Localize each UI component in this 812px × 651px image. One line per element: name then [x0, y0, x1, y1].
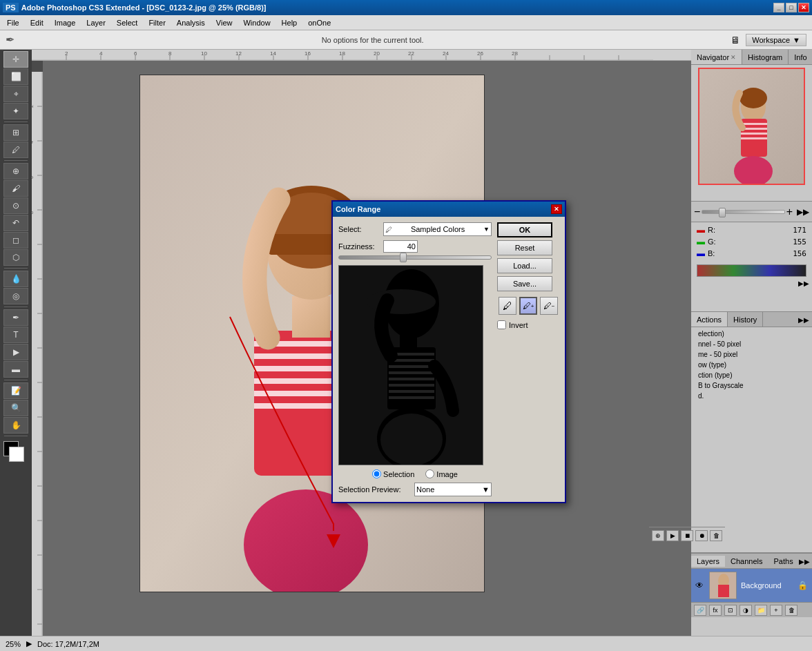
close-navigator-tab[interactable]: ✕ — [731, 54, 736, 61]
cr-invert-checkbox[interactable] — [497, 320, 506, 329]
tool-dodge[interactable]: ◎ — [3, 288, 28, 304]
cr-sel-preview-dropdown[interactable]: None ▼ — [414, 483, 492, 496]
cr-invert-label: Invert — [509, 321, 528, 329]
menu-select[interactable]: Select — [111, 17, 144, 28]
cr-reset-button[interactable]: Reset — [497, 240, 552, 255]
tool-brush[interactable]: 🖌 — [3, 180, 28, 197]
actions-panel: Actions History ▶▶ election) nnel - 50 p… — [691, 312, 812, 553]
tool-pen[interactable]: ✒ — [3, 309, 28, 326]
tool-type[interactable]: T — [3, 327, 28, 343]
cr-fuzziness-slider-thumb[interactable] — [400, 253, 407, 262]
tool-fill[interactable]: ⬡ — [3, 249, 28, 266]
color-range-title-bar[interactable]: Color Range ✕ — [333, 202, 565, 217]
menu-image[interactable]: Image — [49, 17, 81, 28]
tool-path-select[interactable]: ▶ — [3, 344, 28, 360]
action-item-3[interactable]: ow (type) — [693, 360, 811, 370]
ruler-top: 2 4 6 8 10 12 14 16 18 20 22 24 26 28 — [32, 50, 691, 61]
tab-info[interactable]: Info — [789, 50, 812, 64]
status-arrow[interactable]: ▶ — [26, 639, 32, 648]
tool-heal[interactable]: ⊕ — [3, 163, 28, 179]
cr-fuzziness-slider-track[interactable] — [338, 255, 492, 260]
layer-group-btn[interactable]: 📁 — [755, 605, 767, 616]
action-item-5[interactable]: B to Grayscale — [693, 380, 811, 391]
minimize-button[interactable]: _ — [773, 3, 784, 12]
cr-image-radio[interactable] — [425, 469, 434, 478]
tool-zoom[interactable]: 🔍 — [3, 400, 28, 416]
action-item-4[interactable]: ction (type) — [693, 370, 811, 380]
nav-zoom-thumb[interactable] — [719, 208, 726, 217]
background-color[interactable] — [9, 447, 24, 462]
close-button[interactable]: ✕ — [798, 3, 809, 12]
menu-analysis[interactable]: Analysis — [171, 17, 211, 28]
tool-eyedropper[interactable]: 🖊 — [3, 142, 28, 158]
cr-load-button[interactable]: Load... — [497, 258, 552, 273]
tool-notes[interactable]: 📝 — [3, 382, 28, 399]
tool-crop[interactable]: ⊞ — [3, 124, 28, 141]
color-range-close-button[interactable]: ✕ — [551, 204, 562, 214]
nav-preview — [698, 68, 805, 185]
nav-expand-icon[interactable]: ▶▶ — [797, 207, 809, 217]
cr-eyedropper-add[interactable]: 🖊+ — [519, 297, 537, 315]
actions-btn-4[interactable]: ⏺ — [695, 530, 708, 541]
tool-hand[interactable]: ✋ — [3, 417, 28, 434]
nav-zoom-slider[interactable] — [702, 210, 784, 214]
tab-histogram[interactable]: Histogram — [742, 50, 789, 64]
cr-select-dropdown[interactable]: 🖊 Sampled Colors ▼ — [383, 222, 492, 236]
tool-magic-wand[interactable]: ✦ — [3, 103, 28, 119]
actions-btn-5[interactable]: 🗑 — [710, 530, 722, 541]
cr-sel-preview-row: Selection Preview: None ▼ — [338, 483, 492, 496]
action-item-6[interactable]: d. — [693, 391, 811, 401]
menu-window[interactable]: Window — [238, 17, 276, 28]
layer-row-background[interactable]: 👁 Background 🔒 — [691, 569, 812, 602]
layer-new-btn[interactable]: + — [770, 605, 782, 616]
layers-expand-btn[interactable]: ▶▶ — [799, 558, 810, 565]
tab-history[interactable]: History — [728, 312, 763, 327]
color-swatches[interactable] — [3, 441, 28, 466]
app-title: Adobe Photoshop CS3 Extended - [DSC_0123… — [21, 3, 267, 12]
tool-history-brush[interactable]: ↶ — [3, 215, 28, 231]
cr-selection-radio-label[interactable]: Selection — [372, 469, 414, 478]
workspace-button[interactable]: Workspace ▼ — [746, 34, 806, 46]
tool-eraser[interactable]: ◻ — [3, 232, 28, 249]
action-item-2[interactable]: me - 50 pixel — [693, 349, 811, 360]
tool-move[interactable]: ✛ — [3, 51, 28, 68]
nav-zoom-out[interactable]: − — [694, 206, 700, 218]
layer-effects-btn[interactable]: fx — [709, 605, 722, 616]
tab-layers[interactable]: Layers — [691, 556, 725, 567]
cr-ok-button[interactable]: OK — [497, 222, 552, 237]
maximize-button[interactable]: □ — [786, 3, 797, 12]
layer-delete-btn[interactable]: 🗑 — [785, 605, 798, 616]
tab-channels[interactable]: Channels — [725, 556, 768, 567]
menu-help[interactable]: Help — [276, 17, 303, 28]
tool-lasso[interactable]: ⌖ — [3, 86, 28, 102]
actions-btn-3[interactable]: ⏹ — [691, 530, 693, 541]
layer-eye-icon[interactable]: 👁 — [695, 581, 705, 590]
menu-edit[interactable]: Edit — [25, 17, 49, 28]
info-expand-btn[interactable]: ▶▶ — [798, 280, 809, 287]
cr-image-radio-label[interactable]: Image — [425, 469, 458, 478]
cr-eyedropper-subtract[interactable]: 🖊− — [540, 297, 558, 315]
layer-link-btn[interactable]: 🔗 — [694, 605, 706, 616]
menu-filter[interactable]: Filter — [143, 17, 171, 28]
tool-shape[interactable]: ▬ — [3, 361, 28, 378]
cr-save-button[interactable]: Save... — [497, 276, 552, 291]
nav-zoom-in[interactable]: + — [786, 206, 793, 218]
tool-marquee[interactable]: ⬜ — [3, 68, 28, 85]
layer-mask-btn[interactable]: ⊡ — [724, 605, 737, 616]
cr-eyedropper-sample[interactable]: 🖊 — [499, 297, 516, 315]
action-item-0[interactable]: election) — [693, 329, 811, 339]
actions-expand[interactable]: ▶▶ — [798, 316, 809, 324]
menu-layer[interactable]: Layer — [81, 17, 111, 28]
cr-fuzziness-input[interactable] — [383, 240, 418, 253]
menu-view[interactable]: View — [211, 17, 238, 28]
tab-actions[interactable]: Actions — [691, 312, 728, 327]
menu-onone[interactable]: onOne — [302, 17, 336, 28]
cr-selection-radio[interactable] — [372, 469, 381, 478]
tool-clone[interactable]: ⊙ — [3, 197, 28, 214]
tool-blur[interactable]: 💧 — [3, 271, 28, 287]
tab-paths[interactable]: Paths — [768, 556, 799, 567]
action-item-1[interactable]: nnel - 50 pixel — [693, 339, 811, 349]
layer-adj-btn[interactable]: ◑ — [740, 605, 752, 616]
tab-navigator[interactable]: Navigator ✕ — [691, 50, 742, 64]
menu-file[interactable]: File — [1, 17, 25, 28]
